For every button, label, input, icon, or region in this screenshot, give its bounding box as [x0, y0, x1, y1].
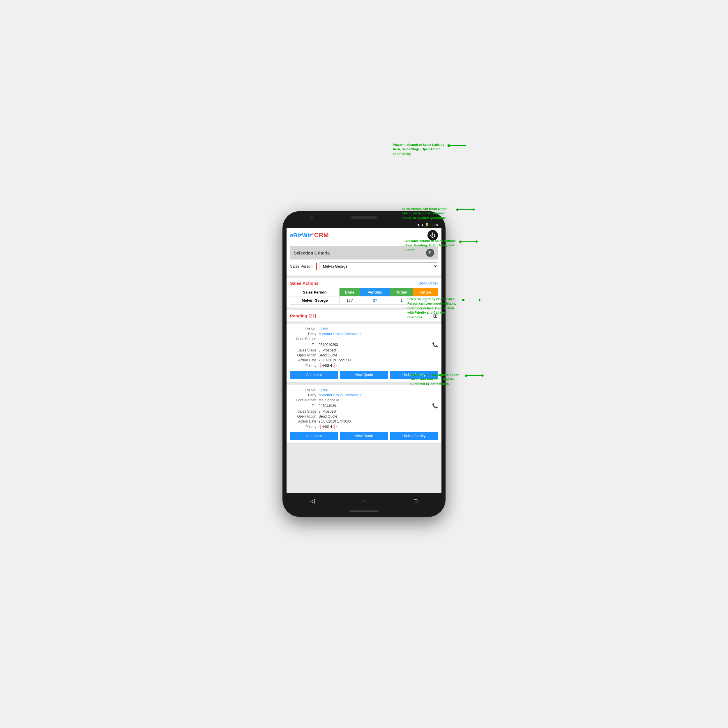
priority-value-1: HIGH — [323, 364, 332, 368]
sales-person-select[interactable]: Melvin George — [319, 262, 438, 270]
open-action-label-2: Open Action — [290, 414, 316, 419]
date-value-2: 23/07/2019 17:40:00 — [318, 419, 438, 424]
phone-device: ▼ ▲ 🔋 12:29 eBizWiz©CRM ⏻ Selection Cr — [283, 211, 445, 517]
home-bar — [349, 511, 379, 512]
update-activity-button-2[interactable]: Update Activity — [390, 432, 438, 440]
ann-arrow-search — [450, 145, 466, 146]
annotation-call-card-text: Sales Call Card by which Sales Person ca… — [407, 297, 460, 320]
stage-row-2: Sales Stage 3. Prospect — [290, 410, 438, 413]
priority-label: Priority — [290, 364, 316, 368]
party-value-2[interactable]: Micronet Group Customer 2 — [318, 393, 438, 397]
open-action-value-2: Send Quote — [318, 414, 438, 419]
battery-icon: 🔋 — [425, 223, 429, 226]
annotation-search: Powerful Search of Sales Calls by Area, … — [393, 143, 466, 156]
cont-row-2: Cont. Person Ms. Sapna M — [290, 398, 438, 402]
back-button[interactable]: ◁ — [307, 497, 318, 505]
priority-icon-right-2: ⓘ — [333, 424, 336, 430]
ann-arrow-card — [465, 300, 480, 300]
view-quote-button-1[interactable]: View Quote — [340, 371, 388, 379]
stage-value-1: 3. Prospect — [318, 348, 438, 352]
field-divider — [316, 263, 317, 270]
speaker — [351, 216, 377, 219]
date-value-1: 23/07/2019 15:21:00 — [318, 358, 438, 362]
party-value-1[interactable]: Micronet Group Customer 1 — [318, 332, 438, 336]
open-action-label: Open Action — [290, 353, 316, 357]
cont-label: Cont. Person — [290, 337, 316, 341]
call-icon-2[interactable]: 📞 — [432, 403, 438, 408]
annotation-book-order: Sales Person can Book Order which can be… — [402, 207, 475, 220]
view-quote-button-2[interactable]: View Quote — [340, 432, 388, 440]
date-row-1: Action Date 23/07/2019 15:21:00 — [290, 358, 438, 362]
stage-value-2: 3. Prospect — [318, 410, 438, 413]
party-label: Party — [290, 332, 316, 336]
status-icons: ▼ ▲ 🔋 12:29 — [417, 223, 438, 226]
signal-icon: ▲ — [421, 223, 424, 226]
trn-value-2[interactable]: IQ196 — [318, 388, 438, 392]
ann-arrow-book — [459, 210, 475, 210]
date-label: Action Date — [290, 358, 316, 362]
priority-row-2: Priority ⓘ HIGH ⓘ — [290, 424, 438, 430]
tel-label-2: Tel — [290, 404, 316, 408]
ann-dot-click — [459, 240, 462, 243]
annotation-search-text: Powerful Search of Sales Calls by Area, … — [393, 143, 445, 156]
party-row-1: Party Micronet Group Customer 1 — [290, 332, 438, 336]
priority-icon-left-2: ⓘ — [318, 424, 323, 430]
party-row-2: Party Micronet Group Customer 2 — [290, 393, 438, 397]
priority-value-2: HIGH — [323, 425, 332, 429]
trn-value-1[interactable]: IQ195 — [318, 327, 438, 331]
ann-arrow-update — [467, 375, 483, 376]
tel-value-2: 9870449391 — [318, 404, 432, 408]
annotation-call-card: Sales Call Card by which Sales Person ca… — [407, 297, 480, 320]
trn-label: Trn.No. — [290, 327, 316, 331]
ann-arrow-click — [462, 242, 477, 242]
sales-person-label: Sales Person — [290, 264, 316, 269]
annotation-update: Sales Person can Update Action Taken and… — [410, 373, 483, 386]
row-name: Melvin George — [290, 297, 340, 304]
phone-screen: ▼ ▲ 🔋 12:29 eBizWiz©CRM ⏻ Selection Cr — [286, 222, 442, 509]
tel-row-2: Tel 9870449391 📞 — [290, 403, 438, 408]
tel-value-1: 9540010203 — [318, 343, 432, 347]
add-items-button-1[interactable]: Add Items — [290, 371, 338, 379]
time-display: 12:29 — [430, 223, 438, 226]
bottom-navigation: ◁ ○ □ — [286, 493, 442, 509]
col-pending: Pending — [360, 288, 390, 297]
stage-row-1: Sales Stage 3. Prospect — [290, 348, 438, 352]
cont-value-1 — [318, 337, 438, 341]
book-order-button[interactable]: Book Order — [419, 281, 438, 285]
tel-label: Tel — [290, 343, 316, 347]
call-icon-1[interactable]: 📞 — [432, 342, 438, 347]
ann-dot-search — [448, 144, 450, 147]
priority-row-1: Priority ⓘ HIGH ⓘ — [290, 363, 438, 369]
card-buttons-2: Add Items View Quote Update Activity — [290, 432, 438, 440]
priority-icon-left-1: ⓘ — [318, 363, 323, 369]
action-row-2: Open Action Send Quote — [290, 414, 438, 419]
camera — [310, 216, 314, 220]
annotation-update-text: Sales Person can Update Action Taken and… — [410, 373, 463, 386]
recents-button[interactable]: □ — [410, 497, 421, 505]
logo-ebiz: eBizWiz — [290, 232, 312, 239]
add-items-button-2[interactable]: Add Items — [290, 432, 338, 440]
row-pending[interactable]: 27 — [360, 297, 390, 304]
trn-row-2: Trn.No. IQ196 — [290, 388, 438, 392]
trn-label-2: Trn.No. — [290, 388, 316, 392]
col-salesperson: Sales Person — [290, 288, 340, 297]
sales-actions-title: Sales Actions — [290, 281, 318, 286]
cont-value-2: Ms. Sapna M — [318, 398, 438, 402]
annotation-clickable: Clickable counts of Sales Actions Done, … — [404, 239, 477, 252]
col-done: Done — [339, 288, 360, 297]
cont-row-1: Cont. Person — [290, 337, 438, 341]
home-button[interactable]: ○ — [358, 497, 370, 505]
annotation-book-order-text: Sales Person can Book Order which can be… — [402, 207, 454, 220]
stage-label-2: Sales Stage — [290, 410, 316, 413]
logo-circle: © — [312, 232, 314, 236]
app-logo: eBizWiz©CRM — [290, 231, 329, 239]
ann-dot-update — [465, 375, 467, 377]
screen-content[interactable]: Selection Criteria 🔍 Sales Person Melvin… — [286, 243, 442, 493]
open-action-value-1: Send Quote — [318, 353, 438, 357]
stage-label: Sales Stage — [290, 348, 316, 352]
sales-person-row: Sales Person Melvin George — [290, 262, 438, 270]
col-future: Future — [413, 288, 438, 297]
pending-title: Pending (27) — [290, 314, 316, 318]
wifi-icon: ▼ — [417, 223, 420, 226]
priority-label-2: Priority — [290, 425, 316, 429]
